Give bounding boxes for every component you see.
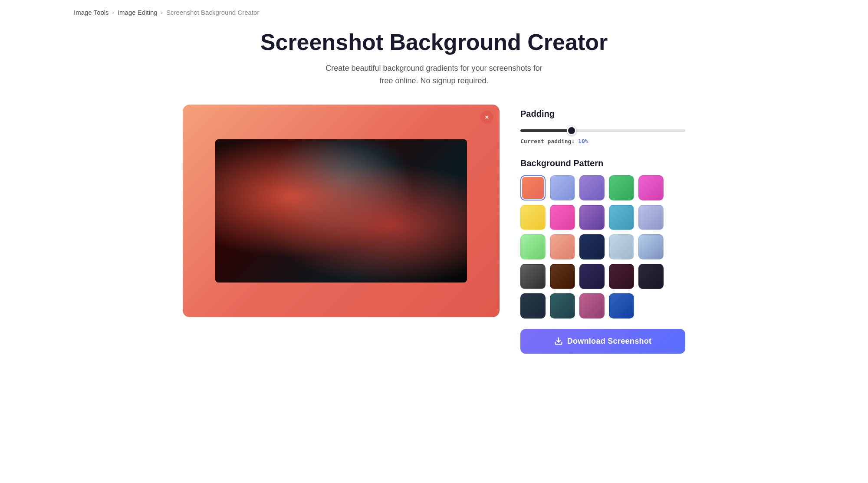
padding-value: 10% [578,138,588,145]
pattern-swatch-7[interactable] [550,205,575,230]
preview-area: × [183,105,500,317]
screenshot-image [215,139,467,283]
controls-area: Padding Current padding: 10% Background … [520,105,685,354]
pattern-swatch-21[interactable] [520,293,546,319]
main-content: × Padding Current padding: 10% Backgroun… [0,105,868,380]
pattern-swatch-18[interactable] [579,264,605,289]
pattern-swatch-15[interactable] [638,234,664,260]
breadcrumb-image-editing[interactable]: Image Editing [118,9,158,16]
pattern-swatch-10[interactable] [638,205,664,230]
pattern-swatch-9[interactable] [609,205,634,230]
hero-section: Screenshot Background Creator Create bea… [0,25,868,105]
pattern-swatch-22[interactable] [550,293,575,319]
screenshot-canvas [215,139,467,283]
padding-slider[interactable] [520,129,685,132]
pattern-section: Background Pattern [520,158,685,319]
breadcrumb-image-tools[interactable]: Image Tools [74,9,109,16]
pattern-swatch-2[interactable] [550,175,575,200]
pattern-swatch-11[interactable] [520,234,546,260]
padding-section: Padding Current padding: 10% [520,109,685,145]
breadcrumb: Image Tools › Image Editing › Screenshot… [0,0,868,25]
pattern-swatch-4[interactable] [609,175,634,200]
page-title: Screenshot Background Creator [9,29,859,55]
pattern-swatch-17[interactable] [550,264,575,289]
pattern-swatch-6[interactable] [520,205,546,230]
pattern-swatch-19[interactable] [609,264,634,289]
preview-wrapper: × [183,105,500,317]
chevron-icon-1: › [112,9,114,16]
padding-title: Padding [520,109,685,119]
breadcrumb-current: Screenshot Background Creator [166,9,259,16]
patterns-grid [520,175,685,319]
pattern-swatch-3[interactable] [579,175,605,200]
download-button[interactable]: Download Screenshot [520,329,685,354]
pattern-swatch-14[interactable] [609,234,634,260]
slider-container [520,126,685,134]
chevron-icon-2: › [161,9,163,16]
pattern-swatch-1[interactable] [520,175,546,200]
download-icon [554,337,563,345]
pattern-swatch-12[interactable] [550,234,575,260]
close-button[interactable]: × [480,111,493,124]
pattern-swatch-20[interactable] [638,264,664,289]
padding-current-label: Current padding: 10% [520,138,685,145]
pattern-title: Background Pattern [520,158,685,168]
pattern-swatch-8[interactable] [579,205,605,230]
pattern-swatch-13[interactable] [579,234,605,260]
page-subtitle: Create beautiful background gradients fo… [321,62,547,87]
pattern-swatch-23[interactable] [579,293,605,319]
download-label: Download Screenshot [567,337,652,346]
pattern-swatch-16[interactable] [520,264,546,289]
pattern-swatch-5[interactable] [638,175,664,200]
pattern-swatch-24[interactable] [609,293,634,319]
